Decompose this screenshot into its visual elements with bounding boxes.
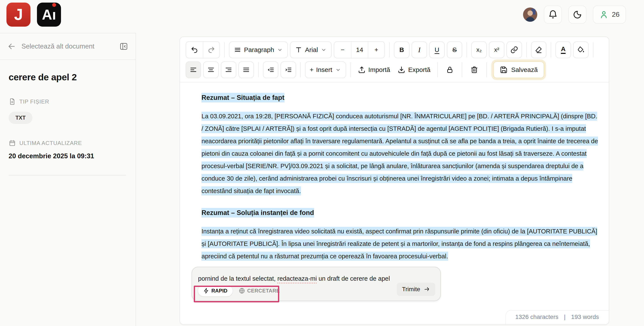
delete-button[interactable] — [466, 62, 482, 78]
document-editor[interactable]: Rezumat – Situația de fapt La 03.09.2021… — [180, 82, 609, 301]
import-button[interactable]: Importă — [355, 62, 393, 78]
chevron-down-icon — [277, 46, 283, 53]
justify-button[interactable] — [238, 62, 254, 78]
upload-icon — [358, 66, 366, 74]
text-color-button[interactable]: A — [556, 42, 571, 58]
clear-format-button[interactable] — [531, 42, 546, 58]
section-heading: Rezumat – Situația de fapt — [202, 92, 600, 104]
export-label: Exportă — [408, 66, 430, 74]
font-family-dropdown[interactable]: Arial — [290, 42, 332, 58]
sidebar-divider — [8, 175, 126, 176]
font-size-group: − 14 + — [334, 41, 385, 58]
chevron-down-icon — [320, 46, 327, 53]
lock-icon — [446, 66, 454, 74]
plus-icon: + — [310, 66, 314, 74]
toolbar-divider — [486, 62, 487, 77]
logo-ai-letter-i: ı — [52, 6, 56, 23]
toolbar-divider — [350, 62, 351, 77]
italic-button[interactable]: I — [412, 42, 427, 58]
toolbar-row-2: + Insert Importă — [186, 62, 603, 78]
toolbar-divider — [300, 62, 301, 77]
top-actions: 26 — [523, 6, 626, 24]
insert-dropdown[interactable]: + Insert — [305, 62, 346, 78]
strikethrough-button[interactable]: S — [447, 42, 462, 58]
undo-redo-group — [186, 41, 220, 58]
toolbar-row-1: Paragraph Arial — [186, 41, 603, 58]
superscript-button[interactable]: x² — [489, 42, 504, 58]
bell-icon — [548, 10, 558, 20]
link-icon — [510, 46, 518, 54]
user-avatar[interactable] — [523, 7, 538, 22]
mode-rapid-label: RAPID — [211, 288, 228, 294]
align-right-icon — [225, 66, 232, 74]
toolbar-divider — [526, 42, 527, 57]
lock-button[interactable] — [442, 62, 458, 78]
dark-mode-button[interactable] — [568, 6, 586, 24]
highlight-color-button[interactable] — [573, 42, 588, 58]
outdent-button[interactable] — [263, 62, 278, 78]
file-type-section-label: TIP FIȘIER — [8, 98, 127, 105]
sidebar-body: cerere de apel 2 TIP FIȘIER TXT — [0, 60, 136, 176]
selected-text: Instanța a reținut că înregistrarea vide… — [202, 227, 597, 261]
back-button[interactable] — [7, 42, 16, 51]
avatar-image — [523, 8, 537, 22]
logo-ai-letter-a: A — [42, 6, 52, 23]
toolbar-divider — [389, 42, 390, 57]
underline-button[interactable]: U — [429, 42, 445, 58]
block-format-dropdown[interactable]: Paragraph — [229, 42, 288, 58]
toolbar-divider — [551, 42, 551, 57]
prompt-text: un draft de cerere de apel — [317, 275, 390, 282]
logo-j[interactable]: J — [6, 2, 30, 27]
active-users-button[interactable]: 26 — [593, 6, 626, 24]
collapse-sidebar-button[interactable] — [119, 42, 128, 51]
import-label: Importă — [368, 66, 390, 74]
indent-button[interactable] — [280, 62, 296, 78]
clear-format-icon — [535, 46, 543, 54]
active-users-count: 26 — [612, 10, 620, 18]
prompt-text-misspelled: redacteaza-mi — [277, 275, 317, 282]
logo-ai[interactable]: Aı — [37, 2, 61, 27]
toolbar-divider — [593, 42, 593, 57]
download-icon — [398, 66, 406, 74]
document-title: cerere de apel 2 — [8, 72, 127, 82]
document-stats: 1326 characters | 193 words — [506, 310, 609, 324]
text-color-letter: A — [561, 46, 566, 54]
collapse-panel-icon — [119, 42, 128, 51]
section-paragraph: La 03.09.2021, ora 19:28, [PERSOANĂ FIZI… — [202, 110, 600, 197]
undo-button[interactable] — [186, 42, 203, 58]
align-right-button[interactable] — [221, 62, 236, 78]
font-size-value[interactable]: 14 — [351, 42, 368, 58]
trash-icon — [470, 66, 478, 74]
select-other-document-label[interactable]: Selectează alt document — [22, 42, 114, 50]
export-button[interactable]: Exportă — [395, 62, 433, 78]
align-center-icon — [207, 66, 215, 74]
subscript-button[interactable]: x₂ — [471, 42, 487, 58]
section-paragraph: Instanța a reținut că înregistrarea vide… — [202, 225, 600, 262]
person-icon — [599, 10, 608, 19]
last-updated-value: 20 decembrie 2025 la 09:31 — [8, 152, 127, 160]
justify-icon — [242, 66, 250, 74]
font-size-decrease-button[interactable]: − — [334, 42, 351, 58]
sidebar-header: Selectează alt document — [0, 33, 136, 60]
align-left-icon — [190, 66, 197, 74]
align-left-button[interactable] — [186, 62, 201, 78]
app-root: J Aı — [0, 0, 644, 326]
bold-button[interactable]: B — [394, 42, 410, 58]
section-heading: Rezumat – Soluția instanței de fond — [202, 206, 600, 219]
editor-toolbar: Paragraph Arial — [180, 37, 609, 82]
save-label: Salvează — [511, 66, 538, 74]
mode-rapid-button[interactable]: RAPID — [198, 285, 233, 296]
redo-button[interactable] — [203, 42, 220, 58]
notifications-button[interactable] — [544, 6, 562, 24]
moon-icon — [573, 10, 582, 19]
link-button[interactable] — [506, 42, 522, 58]
save-button[interactable]: Salvează — [493, 62, 544, 78]
outdent-icon — [267, 66, 274, 74]
brand-logos: J Aı — [6, 2, 61, 27]
align-center-button[interactable] — [203, 62, 219, 78]
mode-research-button[interactable]: CERCETARE — [239, 288, 280, 294]
font-size-increase-button[interactable]: + — [368, 42, 384, 58]
send-button[interactable]: Trimite — [397, 282, 435, 296]
ai-prompt-box[interactable]: pornind de la textul selectat, redacteaz… — [192, 267, 441, 301]
toolbar-divider — [466, 42, 467, 57]
